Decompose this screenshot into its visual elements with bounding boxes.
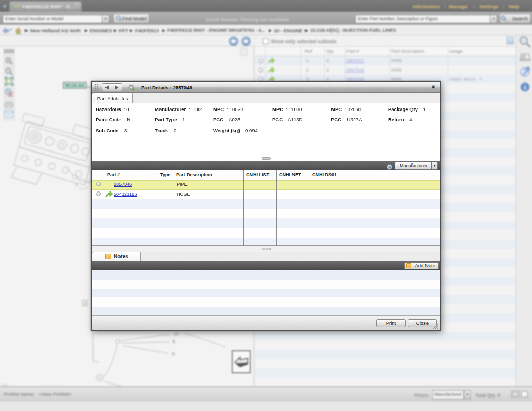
svg-text:9: 9 — [172, 351, 175, 357]
svg-text:3: 3 — [84, 301, 86, 306]
svg-text:6: 6 — [172, 339, 175, 344]
svg-text:10: 10 — [174, 331, 179, 336]
svg-text:1: 1 — [75, 182, 78, 187]
svg-text:i: i — [524, 84, 526, 91]
